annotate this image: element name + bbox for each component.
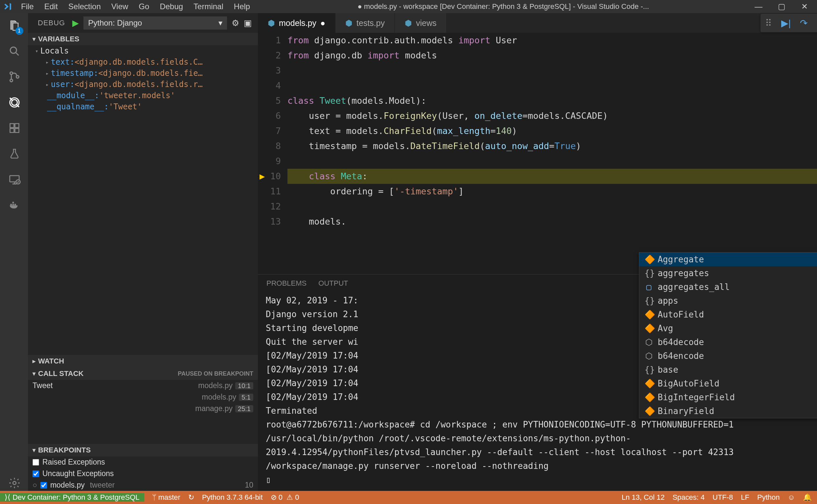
breakpoint-checkbox[interactable]	[33, 459, 39, 466]
language-mode[interactable]: Python	[757, 493, 780, 502]
code-editor[interactable]: 123456789▶ 10111213 from django.contrib.…	[258, 33, 817, 274]
suggest-item[interactable]: 🔶Avg	[639, 321, 817, 335]
search-icon[interactable]	[6, 43, 22, 59]
chevron-down-icon: ▾	[33, 35, 35, 43]
svg-point-1	[10, 72, 13, 75]
variable-row[interactable]: ▸text: <django.db.models.fields.C…	[34, 56, 258, 68]
chevron-right-icon: ▸	[46, 59, 49, 65]
cursor-position[interactable]: Ln 13, Col 12	[622, 493, 665, 502]
suggest-item[interactable]: 🔶AutoField	[639, 308, 817, 321]
chevron-down-icon: ▾	[218, 18, 222, 28]
svg-point-16	[13, 481, 16, 485]
debug-config-select[interactable]: Python: Django ▾	[83, 16, 227, 30]
suggest-item[interactable]: 🔶Aggregatei	[639, 252, 817, 266]
vscode-logo-icon	[3, 2, 12, 11]
suggest-widget[interactable]: 🔶Aggregatei{}aggregates▢aggregates_all{}…	[639, 252, 817, 418]
suggest-item[interactable]: ⬡b64encode	[639, 349, 817, 363]
python-interpreter[interactable]: Python 3.7.3 64-bit	[202, 493, 263, 502]
breakpoints-section[interactable]: ▾ BREAKPOINTS	[28, 444, 258, 456]
debug-console-icon[interactable]: ▣	[244, 18, 252, 28]
stack-frame[interactable]: manage.py25:1	[28, 403, 258, 414]
svg-point-0	[10, 47, 16, 53]
suggest-item[interactable]: {}apps	[639, 294, 817, 308]
menu-item-go[interactable]: Go	[134, 1, 154, 12]
window-title: ● models.py - workspace [Dev Container: …	[254, 2, 752, 11]
breakpoint-checkbox[interactable]	[33, 471, 39, 477]
suggest-item[interactable]: {}aggregates	[639, 266, 817, 280]
suggest-item[interactable]: ⬡b64decode	[639, 335, 817, 349]
debug-toolbar[interactable]: ⠿ ▶| ↷ ↓ ↑ ↻ ■	[761, 14, 817, 32]
breakpoint-row[interactable]: Raised Exceptions	[28, 456, 258, 468]
menu-item-terminal[interactable]: Terminal	[189, 1, 228, 12]
step-over-icon[interactable]: ↷	[800, 18, 807, 29]
debug-icon[interactable]	[6, 95, 22, 110]
menu-item-help[interactable]: Help	[229, 1, 254, 12]
debug-config-name: Python: Django	[88, 18, 142, 28]
git-branch[interactable]: ᛘ master	[152, 493, 180, 502]
chevron-right-icon: ▸	[46, 81, 49, 88]
menu-item-selection[interactable]: Selection	[64, 1, 105, 12]
settings-gear-icon[interactable]	[6, 475, 22, 491]
editor-tab[interactable]: ⬢tests.py	[335, 13, 395, 33]
start-debug-icon[interactable]: ▶	[72, 18, 79, 28]
editor-tabs: ⬢models.py●⬢tests.py⬢views ⇆ ◧ ⋯	[258, 13, 817, 33]
variable-row[interactable]: __module__: 'tweeter.models'	[34, 90, 258, 101]
breakpoint-row[interactable]: Uncaught Exceptions	[28, 468, 258, 479]
statusbar: ⟩⟨ Dev Container: Python 3 & PostgreSQL …	[0, 491, 817, 504]
close-icon[interactable]: ✕	[798, 2, 811, 11]
scope-locals[interactable]: ▾ Locals	[34, 45, 258, 56]
code-lines[interactable]: from django.contrib.auth.models import U…	[287, 33, 817, 274]
suggest-item[interactable]: 🔶BinaryField	[639, 404, 817, 418]
maximize-icon[interactable]: ▢	[775, 2, 788, 11]
menu-item-view[interactable]: View	[107, 1, 133, 12]
variable-row[interactable]: __qualname__: 'Tweet'	[34, 101, 258, 112]
stack-frame[interactable]: models.py5:1	[28, 391, 258, 403]
svg-point-2	[10, 79, 13, 82]
drag-handle-icon[interactable]: ⠿	[765, 18, 772, 29]
callstack-status: PAUSED ON BREAKPOINT	[84, 370, 253, 377]
panel-tab-problems[interactable]: PROBLEMS	[266, 278, 307, 289]
source-control-icon[interactable]	[6, 69, 22, 85]
svg-rect-7	[15, 124, 19, 128]
suggest-item[interactable]: ▢aggregates_all	[639, 280, 817, 294]
class-icon: 🔶	[645, 323, 653, 333]
remote-explorer-icon[interactable]	[6, 171, 22, 187]
menu-item-debug[interactable]: Debug	[155, 1, 188, 12]
stack-frame[interactable]: Tweetmodels.py10:1	[28, 380, 258, 391]
suggest-item[interactable]: 🔶BigAutoField	[639, 377, 817, 390]
chevron-down-icon: ▾	[33, 370, 35, 377]
variable-row[interactable]: ▸user: <django.db.models.fields.r…	[34, 79, 258, 90]
explorer-icon[interactable]	[6, 18, 22, 33]
suggest-item[interactable]: 🔶BigIntegerField	[639, 390, 817, 404]
problems-status[interactable]: ⊘ 0 ⚠ 0	[271, 493, 299, 502]
notifications-icon[interactable]: 🔔	[803, 493, 812, 502]
remote-indicator[interactable]: ⟩⟨ Dev Container: Python 3 & PostgreSQL	[0, 493, 144, 502]
suggest-item[interactable]: {}base	[639, 363, 817, 377]
feedback-icon[interactable]: ☺	[788, 493, 795, 502]
variable-row[interactable]: ▸timestamp: <django.db.models.fie…	[34, 68, 258, 79]
editor-tab[interactable]: ⬢views	[395, 13, 447, 33]
menu-item-file[interactable]: File	[16, 1, 38, 12]
continue-icon[interactable]: ▶|	[781, 18, 791, 29]
chevron-down-icon: ▾	[35, 48, 38, 54]
minimize-icon[interactable]: ―	[752, 2, 765, 11]
editor-tab[interactable]: ⬢models.py●	[258, 13, 335, 33]
eol[interactable]: LF	[741, 493, 749, 502]
breakpoint-checkbox[interactable]	[40, 482, 47, 489]
indentation[interactable]: Spaces: 4	[673, 493, 705, 502]
docker-icon[interactable]	[6, 197, 22, 213]
svg-rect-8	[10, 129, 14, 133]
callstack-section[interactable]: ▾ CALL STACK PAUSED ON BREAKPOINT	[28, 367, 258, 380]
encoding[interactable]: UTF-8	[713, 493, 733, 502]
variables-section[interactable]: ▾ VARIABLES	[28, 33, 258, 45]
ns-icon: {}	[645, 268, 653, 278]
watch-section[interactable]: ▸ WATCH	[28, 355, 258, 367]
panel-tab-output[interactable]: OUTPUT	[318, 278, 348, 289]
beaker-icon[interactable]	[6, 146, 22, 162]
debug-settings-icon[interactable]: ⚙	[232, 18, 239, 28]
sync-icon[interactable]: ↻	[188, 493, 194, 502]
breakpoint-row[interactable]: ○models.pytweeter10	[28, 479, 258, 491]
extensions-icon[interactable]	[6, 120, 22, 136]
menu-item-edit[interactable]: Edit	[40, 1, 62, 12]
chevron-down-icon: ▾	[33, 447, 35, 454]
